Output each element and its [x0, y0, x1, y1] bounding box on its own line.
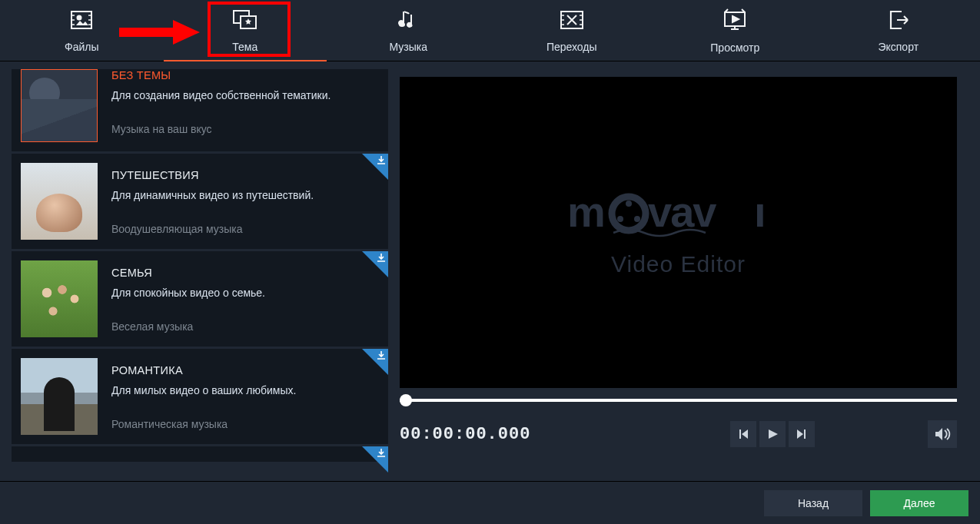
volume-button[interactable] — [928, 420, 957, 448]
progress-handle[interactable] — [400, 394, 412, 406]
tab-export[interactable]: Экспорт — [817, 0, 981, 61]
preview-panel: m vav ı Video Editor 00:00:00.000 — [400, 61, 968, 481]
download-icon — [377, 254, 386, 263]
theme-thumbnail — [21, 260, 98, 337]
content-area: БЕЗ ТЕМЫ Для создания видео собственной … — [0, 61, 980, 481]
tab-preview[interactable]: Просмотр — [653, 0, 817, 61]
theme-title: СЕМЬЯ — [111, 267, 265, 279]
tab-preview-label: Просмотр — [710, 41, 759, 54]
svg-point-12 — [634, 216, 640, 222]
theme-desc: Для динамичных видео из путешествий. — [111, 189, 314, 201]
svg-text:ı: ı — [754, 188, 766, 236]
music-icon — [397, 8, 420, 35]
tab-transitions[interactable]: Переходы — [490, 0, 654, 61]
tab-music-label: Музыка — [389, 41, 427, 53]
download-badge[interactable] — [362, 251, 388, 277]
download-icon — [377, 449, 386, 458]
tab-export-label: Экспорт — [878, 41, 919, 53]
tab-transitions-label: Переходы — [546, 41, 597, 53]
theme-desc: Для спокойных видео о семье. — [111, 287, 265, 299]
play-icon — [766, 428, 779, 440]
play-button[interactable] — [759, 421, 786, 447]
theme-music: Музыка на ваш вкус — [111, 123, 331, 135]
prev-button[interactable] — [730, 421, 756, 447]
preview-subtitle: Video Editor — [567, 251, 790, 277]
theme-music: Воодушевляющая музыка — [111, 223, 314, 235]
timecode: 00:00:00.000 — [400, 425, 530, 444]
theme-music: Веселая музыка — [111, 320, 265, 333]
theme-title: БЕЗ ТЕМЫ — [111, 69, 331, 81]
svg-point-1 — [78, 15, 81, 19]
tab-files-label: Файлы — [65, 41, 98, 53]
theme-item-family[interactable]: СЕМЬЯ Для спокойных видео о семье. Весел… — [12, 251, 388, 347]
theme-item-next[interactable] — [12, 446, 388, 462]
tab-music[interactable]: Музыка — [327, 0, 490, 61]
back-button[interactable]: Назад — [764, 490, 862, 516]
theme-icon — [231, 8, 259, 35]
skip-prev-icon — [737, 428, 749, 440]
theme-list: БЕЗ ТЕМЫ Для создания видео собственной … — [12, 61, 388, 481]
theme-thumbnail — [21, 69, 98, 142]
download-badge[interactable] — [362, 154, 388, 180]
tab-theme-label: Тема — [232, 41, 257, 53]
top-tabs: Файлы Тема Музыка Переходы Просмотр Эксп… — [0, 0, 980, 61]
export-icon — [886, 8, 911, 35]
skip-next-icon — [796, 428, 808, 440]
svg-point-13 — [617, 216, 623, 222]
volume-icon — [934, 426, 951, 442]
files-icon — [68, 8, 95, 35]
tab-theme[interactable]: Тема — [164, 0, 327, 61]
theme-title: РОМАНТИКА — [111, 364, 296, 376]
theme-item-notheme[interactable]: БЕЗ ТЕМЫ Для создания видео собственной … — [12, 69, 388, 151]
preview-brand-logo: m vav ı Video Editor — [567, 188, 790, 277]
footer: Назад Далее — [0, 481, 980, 524]
download-badge[interactable] — [362, 349, 388, 375]
svg-point-5 — [399, 22, 405, 27]
svg-point-6 — [407, 23, 413, 27]
theme-thumbnail — [21, 163, 98, 240]
theme-title: ПУТЕШЕСТВИЯ — [111, 169, 314, 181]
download-icon — [377, 351, 386, 360]
progress-bar[interactable] — [400, 391, 957, 410]
theme-desc: Для создания видео собственной тематики. — [111, 89, 331, 101]
theme-item-travel[interactable]: ПУТЕШЕСТВИЯ Для динамичных видео из путе… — [12, 154, 388, 249]
transitions-icon — [559, 8, 585, 35]
download-badge[interactable] — [362, 446, 388, 473]
preview-icon — [722, 8, 748, 35]
download-icon — [377, 156, 386, 165]
theme-desc: Для милых видео о ваших любимых. — [111, 384, 296, 396]
preview-video: m vav ı Video Editor — [400, 77, 957, 388]
theme-thumbnail — [21, 358, 98, 435]
theme-music: Романтическая музыка — [111, 418, 296, 430]
tab-files[interactable]: Файлы — [0, 0, 164, 61]
controls-row: 00:00:00.000 — [400, 420, 957, 448]
svg-text:m: m — [567, 188, 605, 236]
svg-text:vav: vav — [648, 188, 716, 236]
next-button[interactable]: Далее — [870, 490, 968, 516]
theme-item-romance[interactable]: РОМАНТИКА Для милых видео о ваших любимы… — [12, 349, 388, 444]
svg-point-11 — [626, 201, 632, 207]
next-button[interactable] — [789, 421, 815, 447]
